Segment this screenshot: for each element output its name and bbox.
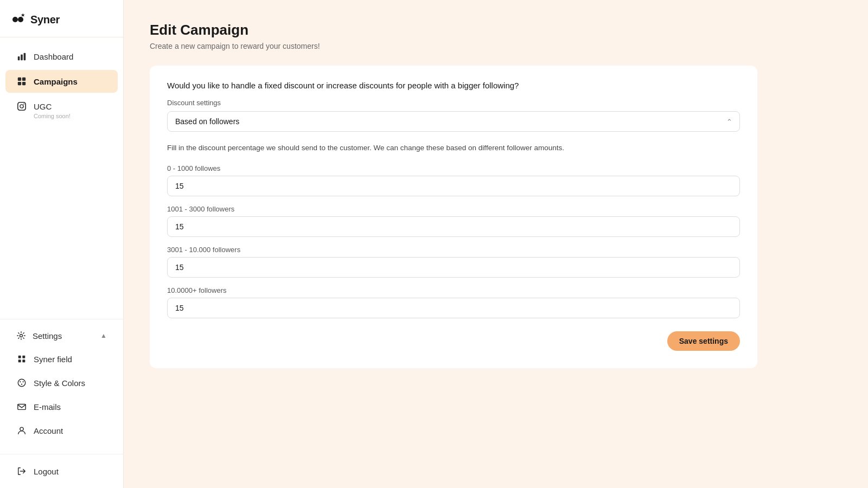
svg-point-0 (12, 17, 18, 22)
tier-0-input[interactable] (167, 176, 740, 196)
svg-rect-17 (22, 359, 25, 362)
mail-icon (16, 401, 27, 412)
settings-section: Settings ▲ Syner field (0, 319, 123, 447)
logo-icon (11, 12, 26, 27)
user-icon (16, 425, 27, 436)
sidebar-item-account-label: Account (34, 426, 63, 435)
grid-small-icon (16, 354, 27, 364)
sidebar-bottom: Logout (0, 454, 123, 488)
discount-settings-label: Discount settings (167, 99, 740, 107)
sidebar-item-style-colors-label: Style & Colors (34, 378, 85, 388)
sidebar-item-ugc-label: UGC (34, 102, 52, 111)
svg-rect-4 (21, 54, 23, 60)
follower-tier-3: 10.0000+ followers (167, 286, 740, 318)
sidebar-item-ugc[interactable]: UGC Coming soon! (5, 95, 118, 125)
sidebar-item-account[interactable]: Account (5, 419, 118, 442)
svg-rect-8 (18, 82, 21, 85)
sidebar-item-syner-field-label: Syner field (34, 355, 72, 364)
sidebar-item-dashboard[interactable]: Dashboard (5, 45, 118, 68)
tier-1-label: 1001 - 3000 followers (167, 205, 740, 213)
svg-rect-22 (18, 404, 25, 410)
tier-3-label: 10.0000+ followers (167, 286, 740, 294)
tier-2-input[interactable] (167, 257, 740, 278)
svg-marker-2 (21, 13, 25, 16)
settings-group-header[interactable]: Settings ▲ (5, 325, 118, 346)
svg-rect-9 (22, 82, 25, 85)
save-settings-button[interactable]: Save settings (667, 331, 740, 351)
follower-tier-0: 0 - 1000 followes (167, 164, 740, 196)
instagram-icon (16, 101, 27, 112)
svg-rect-5 (24, 53, 26, 61)
logout-icon (16, 466, 27, 477)
svg-point-19 (20, 381, 21, 382)
discount-type-wrapper: Fixed discount Based on followers ⌃ (167, 111, 740, 132)
sidebar-item-syner-field[interactable]: Syner field (5, 348, 118, 370)
chevron-up-icon: ▲ (100, 332, 107, 339)
sidebar-item-emails[interactable]: E-mails (5, 395, 118, 418)
palette-icon (16, 377, 27, 388)
card-question: Would you like to handle a fixed discoun… (167, 81, 740, 90)
svg-point-18 (18, 379, 25, 387)
tier-1-input[interactable] (167, 216, 740, 237)
svg-point-13 (20, 334, 22, 337)
logo: Syner (0, 0, 123, 37)
svg-point-1 (18, 17, 23, 22)
follower-tier-2: 3001 - 10.000 followers (167, 246, 740, 278)
sidebar-nav: Dashboard Campaigns (0, 37, 123, 454)
settings-sub-items: Syner field Style & Colors (0, 348, 123, 442)
svg-point-21 (21, 384, 22, 385)
sidebar-item-logout-label: Logout (34, 467, 59, 476)
tier-2-label: 3001 - 10.000 followers (167, 246, 740, 254)
grid-icon (16, 76, 27, 87)
page-title: Edit Campaign (150, 22, 842, 38)
sidebar-item-logout[interactable]: Logout (5, 460, 118, 483)
svg-rect-10 (18, 102, 25, 110)
svg-point-11 (20, 105, 23, 108)
svg-point-23 (20, 427, 23, 431)
sidebar-item-emails-label: E-mails (34, 402, 61, 412)
svg-point-12 (23, 104, 24, 105)
sidebar-item-dashboard-label: Dashboard (34, 52, 73, 61)
discount-type-select[interactable]: Fixed discount Based on followers (167, 111, 740, 132)
svg-rect-6 (18, 78, 21, 81)
tier-0-label: 0 - 1000 followes (167, 164, 740, 172)
tier-3-input[interactable] (167, 298, 740, 318)
svg-point-20 (23, 381, 24, 382)
svg-rect-7 (22, 78, 25, 81)
ugc-coming-soon-label: Coming soon! (34, 113, 71, 119)
bar-chart-icon (16, 51, 27, 62)
discount-description: Fill in the discount percentage we shoul… (167, 143, 740, 153)
svg-rect-3 (18, 56, 20, 60)
gear-icon (16, 331, 26, 341)
sidebar-item-campaigns-label: Campaigns (34, 77, 78, 86)
settings-label: Settings (33, 331, 62, 341)
logo-text: Syner (30, 14, 60, 26)
main-content: Edit Campaign Create a new campaign to r… (124, 0, 868, 488)
edit-campaign-card: Would you like to handle a fixed discoun… (150, 66, 757, 368)
svg-rect-14 (18, 356, 21, 358)
page-subtitle: Create a new campaign to reward your cus… (150, 42, 842, 50)
svg-rect-15 (22, 356, 25, 358)
svg-rect-16 (18, 359, 21, 362)
card-footer: Save settings (167, 331, 740, 351)
follower-tier-1: 1001 - 3000 followers (167, 205, 740, 237)
sidebar-item-campaigns[interactable]: Campaigns (5, 70, 118, 93)
sidebar: Syner Dashboard (0, 0, 124, 488)
sidebar-item-style-colors[interactable]: Style & Colors (5, 371, 118, 394)
